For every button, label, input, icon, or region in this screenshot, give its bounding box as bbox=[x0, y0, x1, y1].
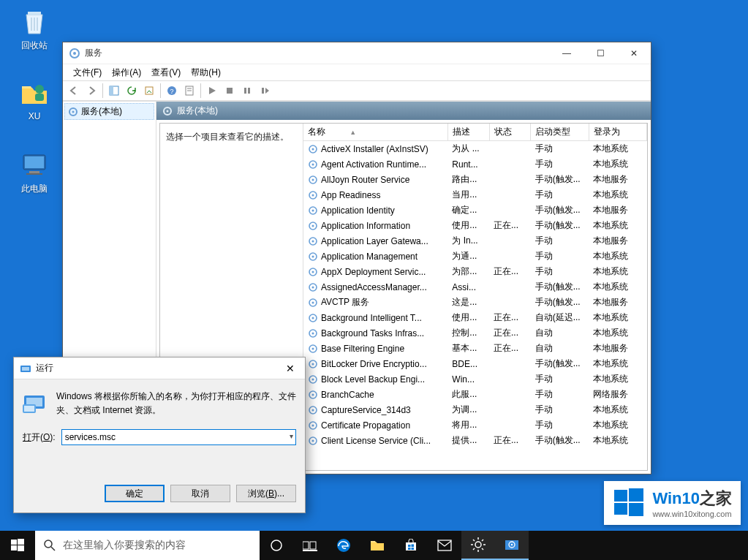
taskbar-explorer-icon[interactable] bbox=[360, 531, 394, 560]
svg-line-96 bbox=[473, 540, 475, 541]
taskbar-services-icon[interactable] bbox=[495, 531, 529, 560]
svg-point-0 bbox=[35, 85, 44, 94]
nav-back-button[interactable] bbox=[66, 83, 82, 99]
properties-button[interactable] bbox=[181, 83, 197, 99]
column-header-status[interactable]: 状态 bbox=[489, 124, 531, 141]
table-row[interactable]: BitLocker Drive Encryptio...BDE...手动(触发.… bbox=[303, 356, 647, 371]
column-header-name[interactable]: 名称 ▲ bbox=[303, 124, 447, 141]
svg-point-27 bbox=[312, 163, 314, 165]
menu-action[interactable]: 操作(A) bbox=[107, 65, 146, 80]
table-row[interactable]: Agent Activation Runtime...Runt...手动本地系统 bbox=[303, 156, 647, 172]
svg-rect-81 bbox=[303, 542, 309, 549]
pause-service-button[interactable] bbox=[239, 83, 255, 99]
run-titlebar[interactable]: 运行 ✕ bbox=[14, 357, 305, 379]
minimize-button[interactable]: — bbox=[550, 42, 583, 64]
menu-view[interactable]: 查看(V) bbox=[147, 65, 185, 80]
gear-icon bbox=[308, 328, 318, 338]
table-row[interactable]: AssignedAccessManager...Assi...手动(触发...本… bbox=[303, 279, 647, 295]
service-desc: 为调... bbox=[447, 402, 489, 417]
table-row[interactable]: Application Identity确定...手动(触发...本地服务 bbox=[303, 203, 647, 218]
column-header-startup[interactable]: 启动类型 bbox=[531, 124, 589, 141]
svg-rect-87 bbox=[412, 545, 415, 548]
refresh-button[interactable] bbox=[124, 83, 140, 99]
run-cancel-button[interactable]: 取消 bbox=[170, 485, 230, 502]
service-status bbox=[489, 356, 531, 371]
service-name: Agent Activation Runtime... bbox=[321, 159, 426, 170]
svg-rect-86 bbox=[408, 545, 411, 547]
service-status bbox=[489, 371, 531, 387]
run-open-combobox[interactable]: ▾ bbox=[61, 429, 296, 445]
table-row[interactable]: Client License Service (Cli...提供...正在...… bbox=[303, 433, 647, 448]
task-view-button[interactable] bbox=[293, 531, 327, 560]
svg-point-80 bbox=[271, 540, 282, 550]
column-header-logon[interactable]: 登录为 bbox=[589, 124, 646, 141]
svg-rect-85 bbox=[406, 542, 416, 550]
table-row[interactable]: Background Tasks Infras...控制...正在...自动本地… bbox=[303, 325, 647, 341]
table-row[interactable]: Certificate Propagation将用...手动本地系统 bbox=[303, 417, 647, 433]
service-name: AppX Deployment Servic... bbox=[321, 267, 426, 277]
close-button[interactable]: ✕ bbox=[617, 42, 651, 64]
table-row[interactable]: AppX Deployment Servic...为部...正在...手动本地系… bbox=[303, 264, 647, 279]
table-row[interactable]: BranchCache此服...手动网络服务 bbox=[303, 387, 647, 402]
taskbar: 在这里输入你要搜索的内容 bbox=[0, 531, 748, 560]
service-logon: 本地服务 bbox=[589, 341, 646, 356]
svg-rect-73 bbox=[629, 503, 643, 516]
column-header-desc[interactable]: 描述 bbox=[447, 124, 489, 141]
show-hide-tree-button[interactable] bbox=[106, 83, 122, 99]
menu-file[interactable]: 文件(F) bbox=[69, 65, 106, 80]
services-list[interactable]: 名称 ▲ 描述 状态 启动类型 登录为 ActiveX Installer (A… bbox=[303, 124, 647, 470]
menu-help[interactable]: 帮助(H) bbox=[186, 65, 225, 80]
svg-point-45 bbox=[312, 301, 314, 303]
run-open-input[interactable] bbox=[61, 429, 296, 445]
nav-forward-button[interactable] bbox=[83, 83, 99, 99]
help-button[interactable]: ? bbox=[164, 83, 180, 99]
service-startup: 手动(触发... bbox=[531, 295, 589, 310]
table-row[interactable]: Application Layer Gatewa...为 In...手动本地服务 bbox=[303, 233, 647, 249]
taskbar-store-icon[interactable] bbox=[394, 531, 428, 560]
table-row[interactable]: Background Intelligent T...使用...正在...自动(… bbox=[303, 310, 647, 325]
table-row[interactable]: App Readiness当用...手动本地系统 bbox=[303, 187, 647, 203]
table-row[interactable]: Application Management为通...手动本地系统 bbox=[303, 249, 647, 264]
start-button[interactable] bbox=[0, 531, 35, 560]
service-name: Block Level Backup Engi... bbox=[321, 374, 425, 385]
maximize-button[interactable]: ☐ bbox=[583, 42, 617, 64]
stop-service-button[interactable] bbox=[222, 83, 238, 99]
taskbar-edge-icon[interactable] bbox=[327, 531, 360, 560]
desktop-icon-recycle-bin[interactable]: 回收站 bbox=[9, 6, 60, 52]
cortana-button[interactable] bbox=[260, 531, 293, 560]
table-row[interactable]: Base Filtering Engine基本...正在...自动本地服务 bbox=[303, 341, 647, 356]
services-titlebar[interactable]: 服务 — ☐ ✕ bbox=[63, 42, 651, 64]
table-row[interactable]: AllJoyn Router Service路由...手动(触发...本地服务 bbox=[303, 172, 647, 187]
gear-icon bbox=[308, 267, 318, 277]
taskbar-settings-icon[interactable] bbox=[461, 531, 495, 560]
service-logon: 本地系统 bbox=[589, 264, 646, 279]
taskbar-search-box[interactable]: 在这里输入你要搜索的内容 bbox=[35, 531, 260, 560]
tree-item-services-local[interactable]: 服务(本地) bbox=[64, 103, 154, 120]
toolbar-separator bbox=[200, 83, 201, 98]
table-row[interactable]: Block Level Backup Engi...Win...手动本地系统 bbox=[303, 371, 647, 387]
table-row[interactable]: Application Information使用...正在...手动(触发..… bbox=[303, 218, 647, 233]
table-row[interactable]: AVCTP 服务这是...手动(触发...本地服务 bbox=[303, 295, 647, 310]
desktop-icon-this-pc[interactable]: 此电脑 bbox=[9, 149, 60, 195]
svg-line-97 bbox=[482, 548, 483, 550]
sort-indicator-icon: ▲ bbox=[350, 129, 356, 136]
restart-service-button[interactable] bbox=[257, 83, 273, 99]
run-ok-button[interactable]: 确定 bbox=[105, 485, 165, 502]
service-desc: 确定... bbox=[447, 203, 489, 218]
export-list-button[interactable] bbox=[141, 83, 157, 99]
start-service-button[interactable] bbox=[204, 83, 220, 99]
table-row[interactable]: ActiveX Installer (AxInstSV)为从 ...手动本地系统 bbox=[303, 141, 647, 157]
service-status bbox=[489, 279, 531, 295]
svg-point-39 bbox=[312, 255, 314, 257]
service-startup: 自动 bbox=[531, 341, 589, 356]
run-browse-button[interactable]: 浏览(B)... bbox=[236, 485, 296, 502]
taskbar-mail-icon[interactable] bbox=[428, 531, 461, 560]
service-name: AVCTP 服务 bbox=[321, 296, 369, 309]
table-row[interactable]: CaptureService_314d3为调...手动本地系统 bbox=[303, 402, 647, 417]
service-startup: 自动(延迟... bbox=[531, 310, 589, 325]
desktop-icon-user-folder[interactable]: XU bbox=[9, 77, 60, 121]
svg-rect-82 bbox=[310, 542, 316, 549]
run-close-button[interactable]: ✕ bbox=[276, 357, 305, 379]
service-desc: 路由... bbox=[447, 172, 489, 187]
svg-line-79 bbox=[51, 547, 55, 550]
